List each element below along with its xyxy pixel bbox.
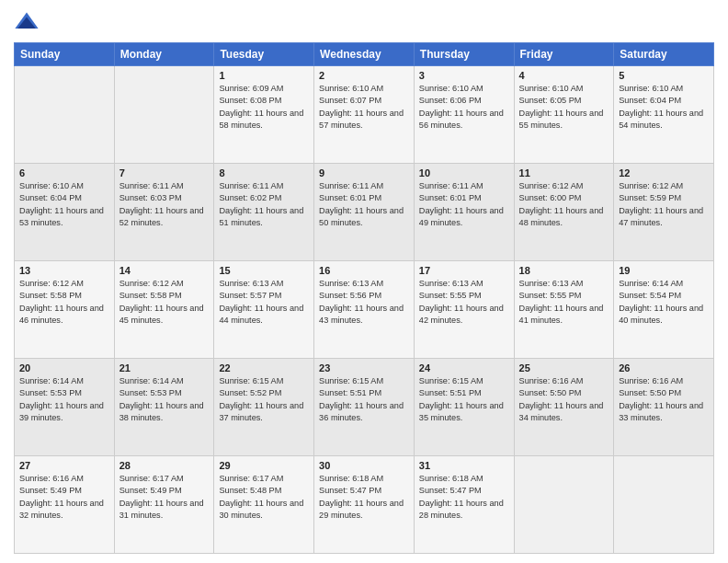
day-info: Sunrise: 6:13 AM Sunset: 5:57 PM Dayligh… [219,278,309,327]
day-number: 1 [219,70,309,81]
day-cell: 16Sunrise: 6:13 AM Sunset: 5:56 PM Dayli… [314,261,415,359]
week-row-2: 6Sunrise: 6:10 AM Sunset: 6:04 PM Daylig… [15,164,714,261]
day-cell [514,456,614,554]
day-cell: 5Sunrise: 6:10 AM Sunset: 6:04 PM Daylig… [614,66,714,164]
day-info: Sunrise: 6:18 AM Sunset: 5:47 PM Dayligh… [319,473,409,522]
calendar: SundayMondayTuesdayWednesdayThursdayFrid… [14,42,714,554]
day-number: 23 [319,362,409,373]
day-cell: 20Sunrise: 6:14 AM Sunset: 5:53 PM Dayli… [15,359,115,456]
logo [14,9,43,35]
day-info: Sunrise: 6:11 AM Sunset: 6:01 PM Dayligh… [419,180,509,229]
day-number: 31 [419,460,509,471]
day-number: 13 [19,265,109,276]
day-cell: 14Sunrise: 6:12 AM Sunset: 5:58 PM Dayli… [114,261,214,359]
day-info: Sunrise: 6:17 AM Sunset: 5:48 PM Dayligh… [219,473,309,522]
weekday-header-saturday: Saturday [614,43,714,66]
day-info: Sunrise: 6:10 AM Sunset: 6:04 PM Dayligh… [19,180,109,229]
day-info: Sunrise: 6:10 AM Sunset: 6:04 PM Dayligh… [619,83,709,132]
weekday-header-sunday: Sunday [15,43,115,66]
day-number: 11 [519,167,609,178]
day-cell: 2Sunrise: 6:10 AM Sunset: 6:07 PM Daylig… [314,66,415,164]
day-cell: 18Sunrise: 6:13 AM Sunset: 5:55 PM Dayli… [514,261,614,359]
header [14,9,714,35]
day-number: 15 [219,265,309,276]
day-cell: 10Sunrise: 6:11 AM Sunset: 6:01 PM Dayli… [414,164,514,261]
day-number: 20 [19,362,109,373]
day-cell: 7Sunrise: 6:11 AM Sunset: 6:03 PM Daylig… [114,164,214,261]
day-cell: 8Sunrise: 6:11 AM Sunset: 6:02 PM Daylig… [214,164,314,261]
day-number: 14 [119,265,210,276]
day-number: 6 [19,167,109,178]
day-cell: 26Sunrise: 6:16 AM Sunset: 5:50 PM Dayli… [614,359,714,456]
day-cell: 3Sunrise: 6:10 AM Sunset: 6:06 PM Daylig… [414,66,514,164]
day-number: 30 [319,460,409,471]
day-info: Sunrise: 6:12 AM Sunset: 6:00 PM Dayligh… [519,180,609,229]
day-info: Sunrise: 6:10 AM Sunset: 6:06 PM Dayligh… [419,83,509,132]
day-info: Sunrise: 6:10 AM Sunset: 6:05 PM Dayligh… [519,83,609,132]
day-info: Sunrise: 6:12 AM Sunset: 5:58 PM Dayligh… [119,278,210,327]
day-info: Sunrise: 6:14 AM Sunset: 5:53 PM Dayligh… [119,375,210,424]
day-cell: 11Sunrise: 6:12 AM Sunset: 6:00 PM Dayli… [514,164,614,261]
day-cell: 19Sunrise: 6:14 AM Sunset: 5:54 PM Dayli… [614,261,714,359]
day-number: 9 [319,167,409,178]
day-cell: 23Sunrise: 6:15 AM Sunset: 5:51 PM Dayli… [314,359,415,456]
day-info: Sunrise: 6:14 AM Sunset: 5:54 PM Dayligh… [619,278,709,327]
day-cell: 12Sunrise: 6:12 AM Sunset: 5:59 PM Dayli… [614,164,714,261]
day-cell: 17Sunrise: 6:13 AM Sunset: 5:55 PM Dayli… [414,261,514,359]
day-cell: 30Sunrise: 6:18 AM Sunset: 5:47 PM Dayli… [314,456,415,554]
day-number: 7 [119,167,210,178]
day-info: Sunrise: 6:12 AM Sunset: 5:59 PM Dayligh… [619,180,709,229]
day-cell: 4Sunrise: 6:10 AM Sunset: 6:05 PM Daylig… [514,66,614,164]
day-number: 29 [219,460,309,471]
week-row-4: 20Sunrise: 6:14 AM Sunset: 5:53 PM Dayli… [15,359,714,456]
weekday-header-thursday: Thursday [414,43,514,66]
day-info: Sunrise: 6:09 AM Sunset: 6:08 PM Dayligh… [219,83,309,132]
day-number: 4 [519,70,609,81]
day-cell: 22Sunrise: 6:15 AM Sunset: 5:52 PM Dayli… [214,359,314,456]
weekday-header-monday: Monday [114,43,214,66]
day-info: Sunrise: 6:12 AM Sunset: 5:58 PM Dayligh… [19,278,109,327]
day-cell: 9Sunrise: 6:11 AM Sunset: 6:01 PM Daylig… [314,164,415,261]
day-info: Sunrise: 6:15 AM Sunset: 5:51 PM Dayligh… [319,375,409,424]
day-info: Sunrise: 6:16 AM Sunset: 5:49 PM Dayligh… [19,473,109,522]
generalblue-icon [14,9,40,35]
weekday-header-tuesday: Tuesday [214,43,314,66]
day-cell [614,456,714,554]
day-cell: 25Sunrise: 6:16 AM Sunset: 5:50 PM Dayli… [514,359,614,456]
day-cell: 27Sunrise: 6:16 AM Sunset: 5:49 PM Dayli… [15,456,115,554]
week-row-3: 13Sunrise: 6:12 AM Sunset: 5:58 PM Dayli… [15,261,714,359]
day-info: Sunrise: 6:14 AM Sunset: 5:53 PM Dayligh… [19,375,109,424]
day-number: 10 [419,167,509,178]
day-cell [15,66,115,164]
day-info: Sunrise: 6:15 AM Sunset: 5:51 PM Dayligh… [419,375,509,424]
day-info: Sunrise: 6:11 AM Sunset: 6:02 PM Dayligh… [219,180,309,229]
day-number: 18 [519,265,609,276]
day-info: Sunrise: 6:13 AM Sunset: 5:55 PM Dayligh… [419,278,509,327]
day-number: 28 [119,460,210,471]
day-info: Sunrise: 6:13 AM Sunset: 5:55 PM Dayligh… [519,278,609,327]
day-cell: 1Sunrise: 6:09 AM Sunset: 6:08 PM Daylig… [214,66,314,164]
day-cell: 28Sunrise: 6:17 AM Sunset: 5:49 PM Dayli… [114,456,214,554]
day-cell [114,66,214,164]
day-cell: 24Sunrise: 6:15 AM Sunset: 5:51 PM Dayli… [414,359,514,456]
day-info: Sunrise: 6:13 AM Sunset: 5:56 PM Dayligh… [319,278,409,327]
day-number: 17 [419,265,509,276]
day-number: 25 [519,362,609,373]
day-cell: 29Sunrise: 6:17 AM Sunset: 5:48 PM Dayli… [214,456,314,554]
day-number: 22 [219,362,309,373]
day-cell: 13Sunrise: 6:12 AM Sunset: 5:58 PM Dayli… [15,261,115,359]
day-cell: 21Sunrise: 6:14 AM Sunset: 5:53 PM Dayli… [114,359,214,456]
day-info: Sunrise: 6:11 AM Sunset: 6:01 PM Dayligh… [319,180,409,229]
day-cell: 15Sunrise: 6:13 AM Sunset: 5:57 PM Dayli… [214,261,314,359]
day-info: Sunrise: 6:15 AM Sunset: 5:52 PM Dayligh… [219,375,309,424]
day-info: Sunrise: 6:17 AM Sunset: 5:49 PM Dayligh… [119,473,210,522]
page: SundayMondayTuesdayWednesdayThursdayFrid… [0,0,728,563]
day-number: 26 [619,362,709,373]
day-number: 24 [419,362,509,373]
day-number: 21 [119,362,210,373]
day-number: 19 [619,265,709,276]
day-number: 27 [19,460,109,471]
day-info: Sunrise: 6:16 AM Sunset: 5:50 PM Dayligh… [619,375,709,424]
day-number: 5 [619,70,709,81]
day-info: Sunrise: 6:18 AM Sunset: 5:47 PM Dayligh… [419,473,509,522]
